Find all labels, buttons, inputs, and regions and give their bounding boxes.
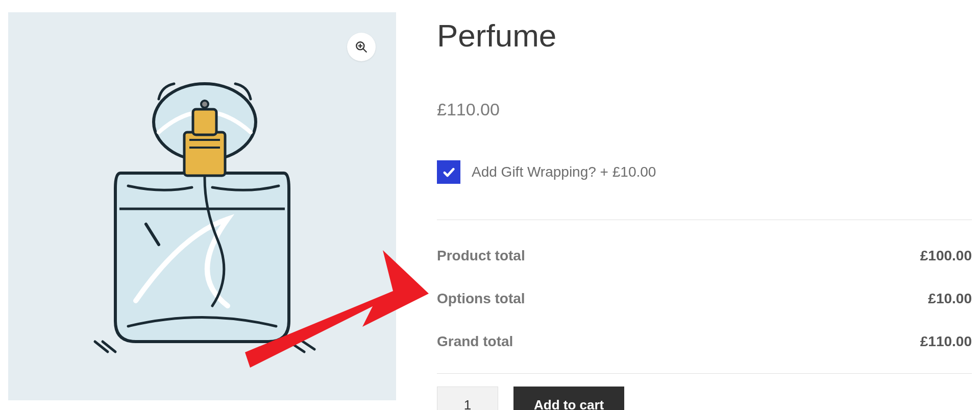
gift-wrapping-checkbox[interactable] [437,160,460,184]
addon-option-row: Add Gift Wrapping? + £10.00 [437,160,972,184]
product-price: £110.00 [437,100,972,119]
add-to-cart-button[interactable]: Add to cart [513,387,624,410]
totals-block: Product total £100.00 Options total £10.… [437,234,972,374]
product-total-label: Product total [437,248,525,264]
product-image [59,56,345,357]
svg-rect-2 [184,132,225,176]
svg-line-9 [289,342,304,352]
svg-point-6 [201,101,208,108]
cart-actions: Add to cart [437,387,972,410]
svg-line-12 [363,49,366,52]
product-summary: Perfume £110.00 Add Gift Wrapping? + £10… [437,12,972,410]
quantity-input[interactable] [437,387,498,410]
product-title: Perfume [437,17,972,54]
product-total-row: Product total £100.00 [437,234,972,277]
magnify-plus-icon [355,40,368,54]
grand-total-row: Grand total £110.00 [437,320,972,363]
svg-rect-5 [193,109,216,135]
options-total-value: £10.00 [928,291,972,307]
divider [437,373,972,374]
options-total-label: Options total [437,291,525,307]
checkmark-icon [442,165,456,179]
grand-total-label: Grand total [437,333,513,350]
gift-wrapping-label: Add Gift Wrapping? + £10.00 [472,164,656,180]
zoom-button[interactable] [347,33,376,61]
product-image-gallery[interactable] [8,12,396,400]
divider [437,220,972,220]
grand-total-value: £110.00 [920,333,972,350]
options-total-row: Options total £10.00 [437,277,972,320]
product-total-value: £100.00 [920,248,972,264]
svg-line-10 [299,339,314,349]
